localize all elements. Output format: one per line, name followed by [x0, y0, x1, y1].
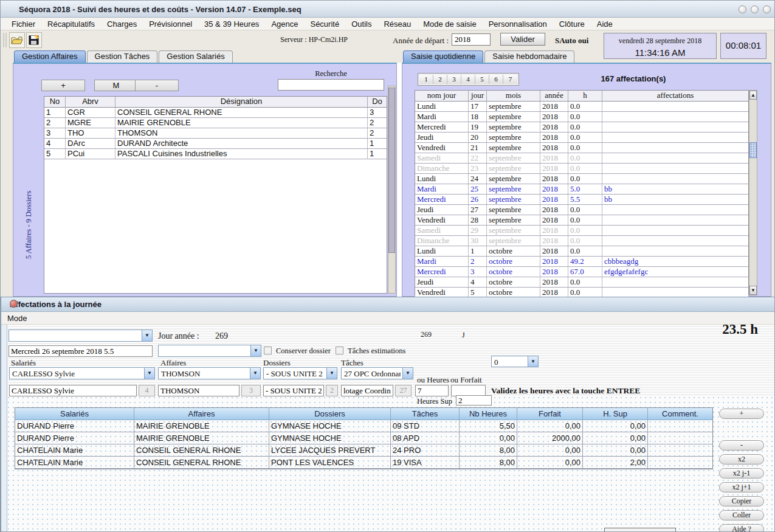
mode-menu-item[interactable]: Mode — [7, 314, 27, 323]
scroll-down-icon[interactable]: ▼ — [749, 286, 757, 295]
scroll-up-icon[interactable]: ▲ — [749, 91, 757, 100]
day-row[interactable]: Vendredi 21 septembre 2018 0.0 — [415, 143, 748, 153]
year-start-input[interactable] — [452, 33, 491, 46]
menu-item[interactable]: Réseau — [377, 18, 417, 30]
heures-sup-input[interactable] — [456, 395, 492, 406]
zero-select[interactable]: 0 ▼ — [491, 356, 539, 367]
week-number-button[interactable]: 2 — [433, 75, 447, 84]
menu-item[interactable]: Mode de saisie — [417, 18, 482, 30]
affectation-row[interactable]: CHATELAIN Marie CONSEIL GENERAL RHONE LY… — [15, 444, 712, 457]
side-button[interactable]: Coller — [719, 510, 764, 520]
toolbar-grip-icon[interactable] — [3, 33, 7, 47]
affectation-row[interactable]: DURAND Pierre MAIRIE GRENOBLE GYMNASE HO… — [15, 420, 712, 432]
menu-item[interactable]: Aide — [591, 18, 619, 30]
add-affaire-button[interactable]: + — [41, 80, 85, 91]
dossier-select[interactable]: - SOUS UNITE 2 ▼ — [263, 367, 337, 379]
chevron-down-icon[interactable]: ▼ — [250, 345, 261, 356]
menu-item[interactable]: Fichier — [5, 18, 41, 30]
side-button[interactable]: Copier — [719, 496, 764, 506]
taches-estimations-checkbox[interactable] — [336, 347, 343, 354]
menu-item[interactable]: Prévisionnel — [143, 18, 198, 30]
day-row[interactable]: Lundi 1 octobre 2018 0.0 — [415, 246, 748, 257]
week-number-button[interactable]: 6 — [489, 75, 503, 84]
menu-item[interactable]: 35 & 39 Heures — [198, 18, 265, 30]
day-row[interactable]: Mercredi 3 octobre 2018 67.0 efgdgefafef… — [415, 267, 748, 277]
tab[interactable]: Saisie quotidienne — [403, 50, 483, 63]
tab[interactable]: Gestion Affaires — [14, 50, 86, 63]
bottom-title-bar[interactable]: Affectations à la journée — [1, 297, 775, 312]
affectation-row[interactable]: CHATELAIN Marie CONSEIL GENERAL RHONE PO… — [15, 457, 712, 469]
chevron-down-icon[interactable]: ▼ — [142, 330, 152, 341]
day-row[interactable]: Dimanche 30 septembre 2018 0.0 — [415, 236, 748, 246]
minimize-button[interactable] — [739, 5, 746, 13]
affaire-top-select[interactable]: ▼ — [158, 345, 261, 357]
week-number-button[interactable]: 5 — [475, 75, 489, 84]
scrollbar-thumb[interactable] — [749, 142, 757, 158]
close-button[interactable] — [763, 5, 771, 13]
days-table-scrollbar[interactable]: ▲ ▼ — [749, 90, 757, 295]
affaire-row[interactable]: 3 THO THOMSON 2 — [44, 128, 387, 139]
day-row[interactable]: Lundi 24 septembre 2018 0.0 — [415, 174, 748, 184]
day-row[interactable]: Samedi 22 septembre 2018 0.0 — [415, 153, 748, 164]
menu-item[interactable]: Charges — [101, 18, 143, 30]
open-file-button[interactable] — [9, 32, 25, 48]
day-row[interactable]: Jeudi 27 septembre 2018 0.0 — [415, 205, 748, 215]
affaire-row[interactable]: 5 PCui PASCALI Cuisines Industrielles 1 — [44, 149, 387, 159]
tab[interactable]: Saisie hebdomadaire — [484, 50, 574, 63]
chevron-down-icon[interactable]: ▼ — [326, 368, 337, 379]
heures-input[interactable] — [415, 385, 449, 396]
menu-item[interactable]: Clôture — [553, 18, 591, 30]
chevron-down-icon[interactable]: ▼ — [402, 368, 413, 379]
mode-select[interactable]: ▼ — [9, 330, 153, 342]
side-button[interactable]: - — [719, 440, 764, 451]
dossier-input[interactable] — [263, 385, 324, 396]
title-bar[interactable]: Séquora 2018 - Suivi des heures et des c… — [1, 1, 775, 18]
save-button[interactable] — [26, 32, 42, 48]
search-input[interactable] — [278, 79, 384, 91]
validate-year-button[interactable]: Valider — [500, 33, 545, 46]
affaire-row[interactable]: 2 MGRE MAIRIE GRENOBLE 2 — [44, 118, 387, 128]
remove-affaire-button[interactable]: - — [135, 80, 179, 91]
chevron-down-icon[interactable]: ▼ — [250, 368, 260, 379]
day-row[interactable]: Mercredi 19 septembre 2018 0.0 — [415, 122, 748, 133]
week-number-button[interactable]: 3 — [447, 75, 461, 84]
side-button[interactable]: Aide ? — [719, 524, 764, 532]
menu-item[interactable]: Récapitulatifs — [41, 18, 101, 30]
affectation-row[interactable]: DURAND Pierre MAIRIE GRENOBLE GYMNASE HO… — [15, 432, 712, 444]
modify-affaire-button[interactable]: M — [94, 80, 138, 91]
tab[interactable]: Gestion Tâches — [87, 50, 158, 63]
day-row[interactable]: Mardi 25 septembre 2018 5.0 bb — [415, 184, 748, 195]
menu-item[interactable]: Sécurité — [304, 18, 345, 30]
left-panel-scrollbar[interactable] — [388, 86, 396, 294]
close-button[interactable] — [10, 300, 18, 308]
tache-input[interactable] — [341, 385, 393, 396]
affaire-row[interactable]: 1 CGR CONSEIL GENERAL RHONE 3 — [44, 108, 387, 118]
day-row[interactable]: Samedi 29 septembre 2018 0.0 — [415, 226, 748, 236]
chevron-down-icon[interactable]: ▼ — [528, 356, 538, 367]
chevron-down-icon[interactable]: ▼ — [144, 368, 154, 379]
side-button[interactable]: + — [719, 409, 764, 419]
day-row[interactable]: Mardi 18 septembre 2018 0.0 — [415, 112, 748, 122]
day-row[interactable]: Jeudi 20 septembre 2018 0.0 — [415, 133, 748, 143]
week-number-button[interactable]: 1 — [419, 75, 433, 84]
scrollbar-thumb[interactable] — [388, 88, 395, 253]
side-button[interactable]: x2 j-1 — [719, 468, 764, 478]
week-number-button[interactable]: 7 — [503, 75, 517, 84]
day-row[interactable]: Vendredi 28 septembre 2018 0.0 — [415, 215, 748, 226]
menu-item[interactable]: Personnalisation — [483, 18, 553, 30]
menu-item[interactable]: Agence — [265, 18, 304, 30]
affaire-row[interactable]: 4 DArc DURAND Architecte 1 — [44, 139, 387, 149]
affaire-input[interactable] — [158, 385, 239, 396]
day-row[interactable]: Jeudi 4 octobre 2018 0.0 — [415, 277, 748, 288]
affaire-select[interactable]: THOMSON ▼ — [158, 367, 261, 379]
side-button[interactable]: x2 — [719, 454, 764, 465]
salarie-input[interactable] — [9, 385, 137, 396]
day-row[interactable]: Lundi 17 septembre 2018 0.0 — [415, 102, 748, 112]
salarie-select[interactable]: CARLESSO Sylvie ▼ — [9, 367, 155, 379]
conserver-dossier-checkbox[interactable] — [264, 347, 272, 354]
day-row[interactable]: Mercredi 26 septembre 2018 5.5 bb — [415, 195, 748, 205]
save-close-button[interactable]: Enregistre/Fermer — [604, 528, 676, 532]
menu-item[interactable]: Outils — [345, 18, 377, 30]
side-button[interactable]: x2 j+1 — [719, 482, 764, 492]
week-number-button[interactable]: 4 — [461, 75, 475, 84]
